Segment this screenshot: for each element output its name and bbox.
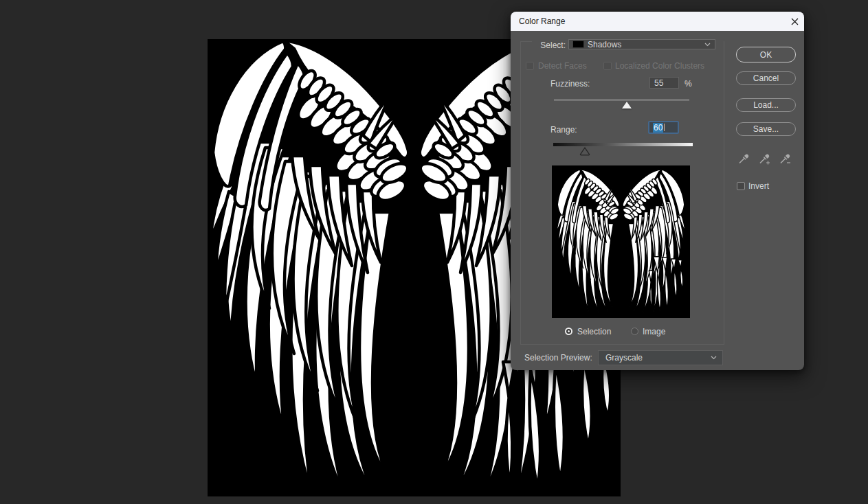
selection-preview-value: Grayscale xyxy=(605,353,643,363)
ok-button[interactable]: OK xyxy=(736,47,796,62)
dialog-title: Color Range xyxy=(519,16,789,26)
select-dropdown-value: Shadows xyxy=(588,40,621,49)
eyedropper-icon[interactable] xyxy=(738,152,750,165)
preview-thumbnail xyxy=(552,165,690,318)
selection-radio-label: Selection xyxy=(577,327,611,336)
cancel-button[interactable]: Cancel xyxy=(736,71,796,85)
shadows-swatch xyxy=(572,41,584,48)
fuzziness-slider-thumb[interactable] xyxy=(622,102,632,108)
range-label: Range: xyxy=(550,125,577,135)
select-dropdown[interactable]: Shadows xyxy=(568,39,715,49)
detect-faces-label: Detect Faces xyxy=(538,61,587,71)
range-slider-thumb[interactable] xyxy=(579,147,590,156)
invert-checkbox[interactable] xyxy=(737,182,745,190)
fuzziness-input[interactable]: 55 xyxy=(649,77,679,89)
chevron-down-icon xyxy=(711,356,717,360)
selection-radio[interactable] xyxy=(565,328,572,335)
fuzziness-unit: % xyxy=(685,79,692,89)
selection-preview-label: Selection Preview: xyxy=(524,353,592,363)
color-range-dialog: Color Range Select: Shadows Detect Faces… xyxy=(511,12,804,370)
localized-clusters-checkbox[interactable] xyxy=(603,62,612,70)
fuzziness-slider-track[interactable] xyxy=(554,99,689,101)
chevron-down-icon xyxy=(704,43,711,47)
save-button[interactable]: Save... xyxy=(736,122,796,136)
eyedropper-minus-icon[interactable] xyxy=(779,152,792,165)
eyedropper-plus-icon[interactable] xyxy=(759,152,771,165)
image-radio[interactable] xyxy=(631,328,638,335)
selection-preview-dropdown[interactable]: Grayscale xyxy=(598,350,723,365)
invert-label: Invert xyxy=(748,181,769,191)
select-label: Select: xyxy=(524,41,566,50)
fuzziness-label: Fuzziness: xyxy=(550,79,590,89)
range-gradient-track[interactable] xyxy=(553,143,693,146)
range-input[interactable]: 60 xyxy=(648,121,679,134)
detect-faces-checkbox[interactable] xyxy=(526,62,534,70)
dialog-titlebar[interactable]: Color Range xyxy=(511,12,804,31)
image-radio-label: Image xyxy=(643,327,665,336)
close-icon[interactable] xyxy=(789,16,800,27)
localized-clusters-label: Localized Color Clusters xyxy=(615,61,704,71)
load-button[interactable]: Load... xyxy=(736,98,796,112)
